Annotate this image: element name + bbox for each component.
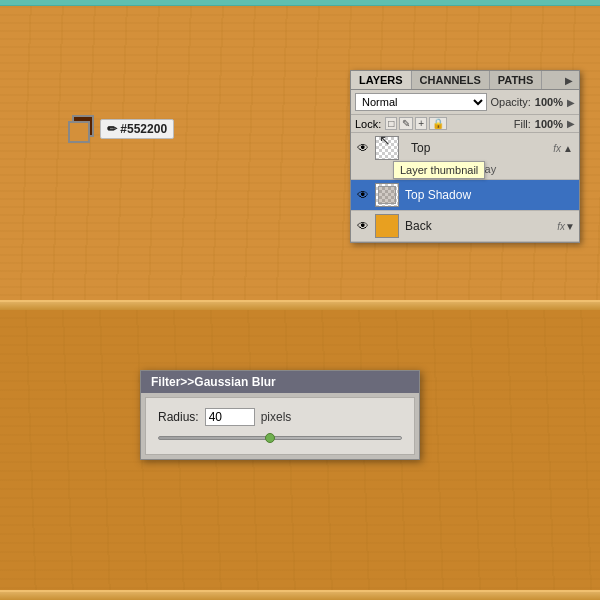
panel-tabs: LAYERS CHANNELS PATHS ▶ [351,71,579,90]
filter-slider-thumb[interactable] [265,433,275,443]
layer-visibility-back[interactable]: 👁 [355,218,371,234]
opacity-value: 100% [535,96,563,108]
lock-icons-group: □ ✎ + 🔒 [385,117,447,130]
filter-radius-input[interactable] [205,408,255,426]
opacity-arrow[interactable]: ▶ [567,97,575,108]
layer-visibility-top-shadow[interactable]: 👁 [355,187,371,203]
filter-radius-row: Radius: pixels [158,408,402,426]
layer-row-back[interactable]: 👁 Back fx ▼ [351,211,579,242]
layer-thumb-top-container: ↖ [375,136,405,160]
panel-menu-button[interactable]: ▶ [559,72,579,89]
layer-row-top-shadow[interactable]: 👁 Top Shadow [351,180,579,211]
layer-name-back: Back [405,219,553,233]
fx-badge-back: fx [557,221,565,232]
filter-gaussian-blur-dialog: Filter>>Gaussian Blur Radius: pixels [140,370,420,460]
tab-channels[interactable]: CHANNELS [412,71,490,89]
color-hex-label: ✏ #552200 [100,119,174,139]
fx-badge-top: fx [553,143,561,154]
layer-name-top: Top [411,141,549,155]
layer-thumbnail-tooltip: Layer thumbnail [393,161,485,179]
layer-visibility-top[interactable]: 👁 [355,140,371,156]
tab-paths[interactable]: PATHS [490,71,543,89]
lock-move-icon[interactable]: + [415,117,427,130]
cursor-icon: ↖ [379,132,391,148]
lock-transparency-icon[interactable]: □ [385,117,397,130]
tab-layers[interactable]: LAYERS [351,71,412,89]
fill-label: Fill: [514,118,531,130]
filter-unit-label: pixels [261,410,292,424]
layer-row-top[interactable]: 👁 ↖ Top fx ▲ Layer thumbnail 👁 Gradient … [351,133,579,180]
lock-paint-icon[interactable]: ✎ [399,117,413,130]
layer-thumb-back[interactable] [375,214,399,238]
bottom-canvas-section: Filter>>Gaussian Blur Radius: pixels [0,310,600,600]
color-hex-value: #552200 [120,122,167,136]
background-color-swatch[interactable] [68,121,90,143]
bottom-shelf-edge [0,590,600,600]
lock-label: Lock: [355,118,381,130]
blend-mode-select[interactable]: Normal [355,93,487,111]
fill-arrow[interactable]: ▶ [567,118,575,129]
lock-all-icon[interactable]: 🔒 [429,117,447,130]
layer-name-top-shadow: Top Shadow [405,188,575,202]
scroll-up-arrow[interactable]: ▲ [561,143,575,154]
teal-top-border [0,0,600,6]
fill-value: 100% [535,118,563,130]
top-canvas-section: ✏ #552200 LAYERS CHANNELS PATHS ▶ Normal… [0,0,600,310]
layers-lock-row: Lock: □ ✎ + 🔒 Fill: 100% ▶ [351,115,579,133]
filter-radius-label: Radius: [158,410,199,424]
shelf-top-edge [0,300,600,310]
layers-blend-row: Normal Opacity: 100% ▶ [351,90,579,115]
filter-dialog-title: Filter>>Gaussian Blur [141,371,419,393]
filter-slider-track[interactable] [158,436,402,440]
color-swatch-icon [68,115,96,143]
layer-thumb-top-shadow[interactable] [375,183,399,207]
filter-dialog-content: Radius: pixels [145,397,415,455]
layers-panel: LAYERS CHANNELS PATHS ▶ Normal Opacity: … [350,70,580,243]
opacity-label: Opacity: [491,96,531,108]
color-picker-area: ✏ #552200 [68,115,174,143]
scroll-down-arrow[interactable]: ▼ [565,221,575,232]
pencil-icon: ✏ [107,122,117,136]
